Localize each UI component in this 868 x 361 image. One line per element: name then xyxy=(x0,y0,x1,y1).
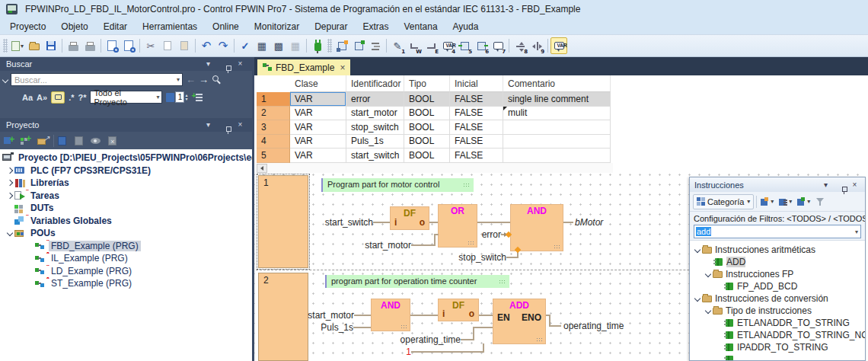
tree-item-fbd-example[interactable]: * FBD_Example (PRG) xyxy=(0,240,252,253)
add-pou-button[interactable]: + xyxy=(3,134,18,148)
match-case-button[interactable]: Aa xyxy=(22,93,33,102)
chevron-right-icon[interactable] xyxy=(6,193,12,199)
toggle-variable-comments-button[interactable]: VAR xyxy=(550,37,567,54)
cell-inicial[interactable]: FALSE xyxy=(450,120,503,135)
cell-identificador[interactable]: start_motor xyxy=(346,107,404,121)
connection-tool-button[interactable]: E xyxy=(423,37,439,54)
cell-inicial[interactable]: FALSE xyxy=(450,149,503,163)
cell-tipo[interactable]: BOOL xyxy=(404,107,450,121)
toolbar-handle[interactable] xyxy=(3,39,8,53)
vertical-space-tool-button[interactable]: 8 xyxy=(512,37,528,54)
menu-ventana[interactable]: Ventana xyxy=(397,20,445,34)
cell-tipo[interactable]: BOOL xyxy=(404,149,450,163)
scroll-left-button[interactable] xyxy=(257,164,267,173)
open-project-button[interactable] xyxy=(26,37,43,54)
chevron-down-icon[interactable] xyxy=(704,308,710,314)
input-constant-1[interactable]: 1 xyxy=(388,347,411,357)
panel-menu-button[interactable]: ▾ xyxy=(203,120,214,130)
paste-button[interactable] xyxy=(176,37,193,54)
tree-item-variables-globales[interactable]: * Variables Globales xyxy=(0,215,252,228)
col-header-identificador[interactable]: Identificador xyxy=(346,75,404,92)
variable-tool-button[interactable]: VAR4 xyxy=(439,37,456,54)
cell-comentario[interactable] xyxy=(503,120,611,135)
find-next-button[interactable]: → xyxy=(199,75,209,85)
tree-item-etlanaddr-to-string[interactable]: ETLANADDR_TO_STRING xyxy=(690,317,865,329)
input-label-start-motor-2[interactable]: start_motor xyxy=(286,310,354,321)
clear-filter-button[interactable] xyxy=(814,194,825,209)
tree-item-conversion[interactable]: Instrucciones de conversión xyxy=(690,292,865,305)
check-pou-button[interactable]: ✓ xyxy=(237,37,254,54)
chevron-down-icon[interactable] xyxy=(6,230,12,236)
cell-comentario[interactable]: mulit xyxy=(503,107,611,121)
delete-object-button[interactable]: × xyxy=(107,134,121,148)
chevron-right-icon[interactable] xyxy=(6,180,12,186)
menu-depurar[interactable]: Depurar xyxy=(307,20,355,34)
table-hscrollbar[interactable] xyxy=(257,163,613,173)
chevron-down-icon[interactable] xyxy=(694,247,700,253)
col-header-comentario[interactable]: Comentario xyxy=(503,75,611,92)
insert-line-button[interactable] xyxy=(367,37,384,54)
cell-identificador[interactable]: Puls_1s xyxy=(346,135,404,149)
input-label-error[interactable]: error xyxy=(446,229,501,240)
dropdown-caret-icon[interactable]: ▾ xyxy=(853,228,860,235)
chevron-right-icon[interactable] xyxy=(6,168,12,174)
save-button[interactable] xyxy=(43,37,59,54)
search-input[interactable] xyxy=(11,75,174,85)
tree-item-fp-add-bcd[interactable]: FP_ADD_BCD xyxy=(690,280,865,292)
redo-button[interactable]: ↷ xyxy=(215,37,231,54)
add-to-list-button[interactable]: + xyxy=(191,92,203,102)
cell-comentario[interactable]: single line comment xyxy=(503,92,611,107)
row-number[interactable]: 5 xyxy=(257,149,290,163)
rebuild-all-button[interactable]: ▦ xyxy=(287,37,304,54)
wire-tool-button[interactable]: W xyxy=(406,37,423,54)
counter-value[interactable]: 1 xyxy=(175,91,184,103)
row-number[interactable]: 3 xyxy=(257,120,290,135)
input-label-operating-time[interactable]: operating_time xyxy=(393,334,461,345)
insert-pou-part-button[interactable] xyxy=(333,37,350,54)
tree-item-tareas[interactable]: * Tareas xyxy=(0,190,252,203)
tree-item-st-example[interactable]: * ST_Example (PRG) xyxy=(0,277,252,290)
cell-comentario[interactable] xyxy=(503,135,611,149)
filter-library-button[interactable]: ▾ xyxy=(759,194,775,209)
cut-button[interactable]: ✂ xyxy=(142,37,159,54)
tree-item-duts[interactable]: DUTs xyxy=(0,202,252,215)
menu-herramientas[interactable]: Herramientas xyxy=(135,20,205,34)
df-block[interactable]: DF i o xyxy=(390,206,429,230)
tree-item-add[interactable]: ADD xyxy=(690,256,865,268)
network-1-number[interactable]: 1 xyxy=(258,175,308,268)
tree-item-pous[interactable]: POUs xyxy=(0,227,252,240)
filter-type-button[interactable]: ▾ xyxy=(777,194,793,209)
cell-inicial[interactable]: FALSE xyxy=(450,92,503,107)
table-row[interactable]: 3 VAR stop_switch BOOL FALSE xyxy=(257,120,868,135)
search-scope-select[interactable]: Todo el Proyecto ▾ xyxy=(90,91,162,104)
row-number[interactable]: 4 xyxy=(257,135,290,149)
cell-clase[interactable]: VAR xyxy=(290,120,346,135)
col-header-tipo[interactable]: Tipo xyxy=(404,75,450,92)
cell-identificador[interactable]: start_switch xyxy=(346,149,404,163)
and-block-2[interactable]: AND xyxy=(371,299,410,331)
print-preview-button[interactable] xyxy=(104,37,120,54)
tree-item-il-example[interactable]: * IL_Example (PRG) xyxy=(0,252,252,265)
cell-tipo[interactable]: BOOL xyxy=(404,92,450,107)
cell-comentario[interactable] xyxy=(503,149,611,163)
input-label-puls-1s[interactable]: Puls_1s xyxy=(289,322,353,333)
tree-item-etlanaddr-to-string-nc[interactable]: ETLANADDR_TO_STRING_NC xyxy=(690,329,865,341)
menu-proyecto[interactable]: Proyecto xyxy=(2,20,53,34)
search-pages-icon[interactable] xyxy=(166,93,174,102)
cell-tipo[interactable]: BOOL xyxy=(404,135,450,149)
print-data-preview-button[interactable] xyxy=(120,37,137,54)
page-setup-button[interactable] xyxy=(65,37,81,54)
counter-spinner[interactable]: ▴▾ xyxy=(185,94,187,101)
col-header-clase[interactable]: Clase xyxy=(290,75,346,92)
cell-inicial[interactable]: FALSE xyxy=(450,107,503,121)
horizontal-space-tool-button[interactable]: 9 xyxy=(528,37,545,54)
category-button[interactable]: Categoría ▾ xyxy=(693,194,754,209)
output-label-operating-time[interactable]: operating_time xyxy=(563,321,624,331)
copy-button[interactable] xyxy=(159,37,176,54)
regex-button[interactable]: .* xyxy=(69,93,74,102)
print-button[interactable] xyxy=(81,37,98,54)
find-previous-button[interactable]: ← xyxy=(186,75,196,85)
close-panel-button[interactable]: × xyxy=(849,180,860,190)
table-row[interactable]: 5 VAR start_switch BOOL FALSE xyxy=(257,149,868,163)
close-panel-button[interactable]: × xyxy=(235,120,246,130)
